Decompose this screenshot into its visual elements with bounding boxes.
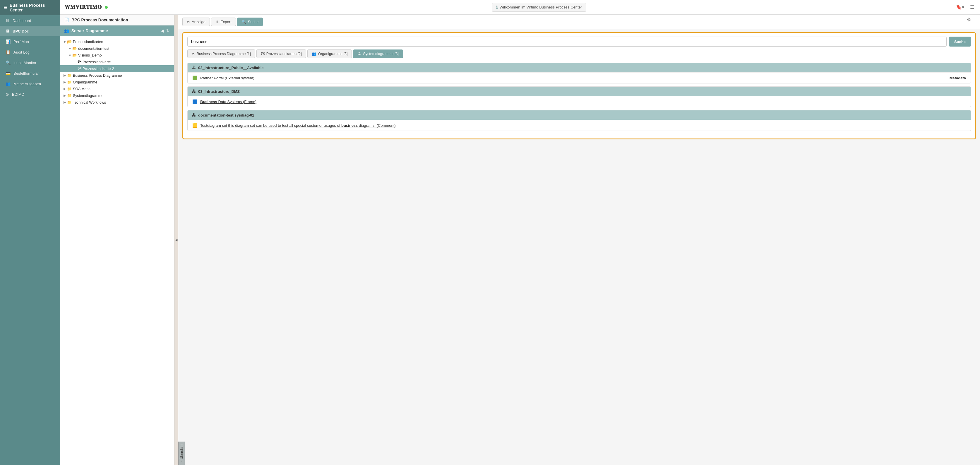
sidebar-label-bestellformular: Bestellformular <box>13 71 39 76</box>
folder-open-icon: 📂 <box>72 46 77 51</box>
tree-item-systemdiagramme[interactable]: ▶ 📁 Systemdiagramme <box>60 92 174 99</box>
tree-panel-header: 👥 Server-Diagramme ◀ ↻ <box>60 25 174 36</box>
search-input[interactable] <box>187 37 947 46</box>
result-tab-prozesslandkarten[interactable]: 🗺Prozesslandkarten [2] <box>256 49 306 58</box>
tree-label-visions-demo: Visions_Demo <box>78 53 102 57</box>
status-indicator <box>105 6 108 9</box>
tab-icon-organigramme: 👥 <box>312 51 317 56</box>
tree-item-business-process-diagramme[interactable]: ▶ 📁 Business Process Diagramme <box>60 72 174 79</box>
result-item-text-item3[interactable]: Testdiagram set this diagram set can be … <box>200 123 396 128</box>
sidebar-item-edimd[interactable]: ⊙EDIMD <box>0 89 60 100</box>
sidebar-brand-icon: ☰ <box>3 5 7 10</box>
sidebar-item-bestellformular[interactable]: 💳Bestellformular <box>0 68 60 78</box>
tree-expand-documentation-test: ▼ <box>68 47 72 50</box>
search-bar: Suche <box>187 37 971 46</box>
tree-label-organigramme: Organigramme <box>73 80 97 84</box>
topbar-right: 🔖▾ ☰ <box>955 3 975 11</box>
sidebar-icon-perf-mon: 📊 <box>6 39 11 44</box>
export-label: Export <box>220 20 232 24</box>
tab-label-organigramme: Organigramme [3] <box>318 52 348 56</box>
search-button[interactable]: Suche <box>949 37 971 46</box>
tree-expand-business-process-diagramme: ▶ <box>62 73 67 77</box>
tree-item-documentation-test[interactable]: ▼ 📂 documentation-test <box>60 45 174 52</box>
folder-icon: 📁 <box>67 100 72 105</box>
tree-label-prozesslandkarten: Prozesslandkarten <box>73 40 103 44</box>
export-button[interactable]: ⬆ Export <box>211 18 236 26</box>
result-tab-bpd[interactable]: ✂Business Process Diagramme [1] <box>187 49 255 58</box>
results-area: 🖧02_Infrastructure_Public__Available 🟩 P… <box>187 62 971 135</box>
sidebar-label-meine-aufgaben: Meine Aufgaben <box>13 82 41 86</box>
result-tab-systemdiagramme[interactable]: 🖧Systemdiagramme [3] <box>353 49 403 58</box>
folder-icon: 📁 <box>67 80 72 84</box>
tree-expand-soa-maps: ▶ <box>62 87 67 91</box>
metadata-link-item1[interactable]: Metadata <box>950 76 966 80</box>
result-tabs: ✂Business Process Diagramme [1]🗺Prozessl… <box>187 49 971 58</box>
sidebar-label-audit-log: Audit Log <box>13 50 30 54</box>
logo-text: 𝐖𝐌𝐕𝐈𝐑𝐓𝐈𝐌𝐎 <box>65 4 102 10</box>
sidebar-item-bpc-doc[interactable]: 🖥BPC Doc <box>0 26 60 36</box>
tree-header-title-area: 👥 Server-Diagramme <box>64 29 108 33</box>
result-item-text-item1[interactable]: Partner Portal (External system) <box>200 76 255 80</box>
sidebar-item-perf-mon[interactable]: 📊Perf Mon <box>0 36 60 47</box>
tab-label-bpd: Business Process Diagramme [1] <box>197 52 251 56</box>
anzeige-label: Anzeige <box>192 20 205 24</box>
bookmark-button[interactable]: 🔖▾ <box>955 3 966 11</box>
ubersicht-tab[interactable]: ↑ Übersicht <box>178 441 185 465</box>
sidebar-title: Business Process Center <box>10 3 56 12</box>
tree-item-soa-maps[interactable]: ▶ 📁 SOA Maps <box>60 86 174 92</box>
panel-collapse-handle[interactable]: ◀ <box>174 14 178 465</box>
sidebar-icon-meine-aufgaben: 👥 <box>6 81 11 86</box>
group-icon-group3: 🖧 <box>192 113 196 118</box>
sidebar-label-bpc-doc: BPC Doc <box>13 29 29 33</box>
topbar-info-bar: ℹ Willkommen im Virtimo Business Process… <box>492 3 587 12</box>
tree-container: ▼ 📂 Prozesslandkarten ▼ 📂 documentation-… <box>60 36 174 465</box>
sidebar-icon-edimd: ⊙ <box>6 92 9 97</box>
topbar-logo: 𝐖𝐌𝐕𝐈𝐑𝐓𝐈𝐌𝐎 <box>65 4 123 10</box>
tree-header-icon: 👥 <box>64 29 69 33</box>
sidebar-icon-dashboard: 🖥 <box>6 18 10 23</box>
tree-item-organigramme[interactable]: ▶ 📁 Organigramme <box>60 79 174 86</box>
left-panel: 📄 BPC Process Documentation 👥 Server-Dia… <box>60 14 174 465</box>
tab-icon-systemdiagramme: 🖧 <box>357 51 361 56</box>
tree-collapse-button[interactable]: ◀ <box>161 29 164 33</box>
group-title-group1: 02_Infrastructure_Public__Available <box>198 65 264 70</box>
tree-item-prozesslandkarte-2[interactable]: 🗺 Prozesslandkarte-2 <box>60 65 174 72</box>
result-item-item2: 🟦 Business Data Systems (Frame) <box>188 96 970 107</box>
result-group-header-group1: 🖧02_Infrastructure_Public__Available <box>188 63 970 72</box>
sidebar-item-meine-aufgaben[interactable]: 👥Meine Aufgaben <box>0 78 60 89</box>
result-group-header-group3: 🖧documentation-test.sysdiag-01 <box>188 110 970 120</box>
suche-icon: 🔍 <box>242 20 246 24</box>
sidebar-label-inubit-monitor: inubit Monitor <box>13 61 36 65</box>
tree-label-soa-maps: SOA Maps <box>73 87 91 91</box>
tree-header-actions: ◀ ↻ <box>161 29 170 33</box>
sidebar-item-dashboard[interactable]: 🖥Dashboard <box>0 15 60 26</box>
sidebar-item-audit-log[interactable]: 📋Audit Log <box>0 47 60 57</box>
folder-icon: 📁 <box>67 87 72 91</box>
sidebar-label-dashboard: Dashboard <box>13 18 31 23</box>
tab-label-systemdiagramme: Systemdiagramme [3] <box>363 52 399 56</box>
tree-item-prozesslandkarte[interactable]: 🗺 Prozesslandkarte <box>60 59 174 65</box>
tree-item-prozesslandkarten[interactable]: ▼ 📂 Prozesslandkarten <box>60 38 174 45</box>
sidebar-label-perf-mon: Perf Mon <box>13 40 29 44</box>
tree-item-visions-demo[interactable]: ▼ 📂 Visions_Demo <box>60 52 174 59</box>
result-item-icon-item2: 🟦 <box>192 99 197 104</box>
anzeige-button[interactable]: ✂ Anzeige <box>182 18 210 26</box>
tree-expand-systemdiagramme: ▶ <box>62 94 67 97</box>
tree-item-technical-workflows[interactable]: ▶ 📁 Technical Workflows <box>60 99 174 106</box>
tab-label-prozesslandkarten: Prozesslandkarten [2] <box>266 52 302 56</box>
result-item-text-item2[interactable]: Business Data Systems (Frame) <box>200 100 256 104</box>
tree-refresh-button[interactable]: ↻ <box>166 29 170 33</box>
anzeige-icon: ✂ <box>187 20 190 24</box>
page-title-icon: 📄 <box>64 18 69 22</box>
settings-button[interactable]: ⚙ <box>967 16 971 23</box>
folder-open-icon: 📂 <box>67 40 72 44</box>
result-tab-organigramme[interactable]: 👥Organigramme [3] <box>307 49 352 58</box>
tree-label-business-process-diagramme: Business Process Diagramme <box>73 73 122 78</box>
menu-button[interactable]: ☰ <box>969 3 975 11</box>
ubersicht-tab-label: ↑ Übersicht <box>180 441 184 465</box>
suche-button[interactable]: 🔍 Suche <box>237 18 263 26</box>
sidebar-item-inubit-monitor[interactable]: 🔍inubit Monitor <box>0 57 60 68</box>
diagram-icon: 🗺 <box>78 60 81 64</box>
result-group-group2: 🖧03_Infrastructure_DMZ 🟦 Business Data S… <box>187 86 971 107</box>
group-title-group2: 03_Infrastructure_DMZ <box>198 89 240 94</box>
